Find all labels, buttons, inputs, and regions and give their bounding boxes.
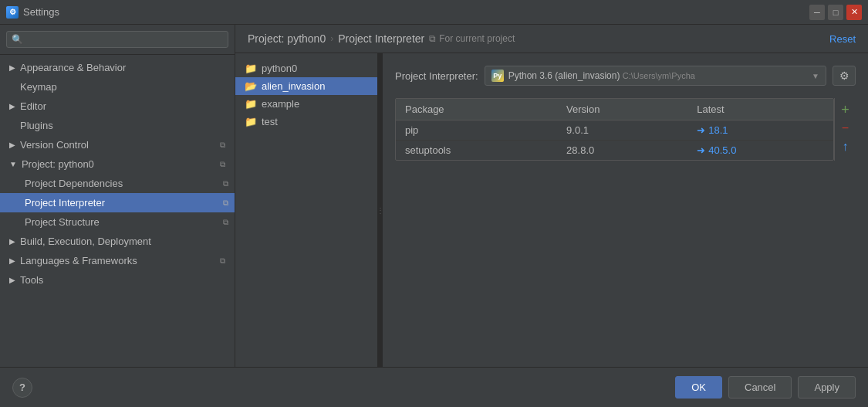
copy-icon: ⧉	[220, 256, 225, 266]
sidebar-item-label: Editor	[20, 100, 46, 112]
copy-icon: ⧉	[223, 179, 228, 188]
sidebar-item-project-structure[interactable]: Project Structure ⧉	[0, 212, 235, 232]
expand-arrow-icon: ▶	[9, 141, 15, 149]
sidebar-item-label: Keymap	[20, 81, 57, 93]
dialog-footer: ? OK Cancel Apply	[0, 367, 868, 407]
project-tree: 📁 python0 📂 alien_invasion 📁 example 📁 t…	[235, 53, 378, 367]
package-name: pip	[396, 120, 557, 141]
right-panel: Project: python0 › Project Interpreter ⧉…	[235, 25, 868, 367]
sidebar-item-tools[interactable]: ▶ Tools	[0, 270, 235, 290]
close-button[interactable]: ✕	[846, 5, 862, 20]
sidebar-item-project[interactable]: ▼ Project: python0 ⧉	[0, 154, 235, 174]
package-table: Package Version Latest pip 9.0.1	[396, 99, 833, 160]
interpreter-label: Project Interpreter:	[395, 70, 478, 82]
sidebar-item-editor[interactable]: ▶ Editor	[0, 97, 235, 116]
upgrade-arrow-icon: ➜	[697, 124, 705, 136]
copy-icon: ⧉	[223, 218, 228, 227]
expand-arrow-icon: ▶	[9, 256, 15, 265]
sidebar-item-version-control[interactable]: ▶ Version Control ⧉	[0, 135, 235, 154]
sidebar-item-appearance[interactable]: ▶ Appearance & Behavior	[0, 58, 235, 77]
window-title: Settings	[23, 6, 59, 18]
package-name: setuptools	[396, 141, 557, 161]
sidebar-item-label: Project Dependencies	[25, 178, 123, 189]
interpreter-settings-button[interactable]: ⚙	[833, 66, 856, 86]
tree-item-label: test	[262, 116, 278, 127]
interpreter-selector[interactable]: Py Python 3.6 (alien_invasion) C:\Users\…	[485, 66, 826, 86]
search-input[interactable]	[26, 34, 223, 45]
package-table-wrap: Package Version Latest pip 9.0.1	[395, 98, 834, 161]
for-current-text: For current project	[439, 33, 515, 44]
sidebar-item-label: Project: python0	[22, 158, 94, 170]
sidebar-item-keymap[interactable]: ▶ Keymap	[0, 77, 235, 97]
sidebar-item-label: Project Interpreter	[25, 197, 105, 209]
breadcrumb: Project: python0 › Project Interpreter ⧉…	[248, 32, 515, 45]
expand-arrow-icon: ▼	[9, 160, 17, 168]
col-package: Package	[396, 99, 557, 120]
tree-item-python0[interactable]: 📁 python0	[235, 59, 377, 77]
folder-open-icon: 📂	[245, 80, 257, 92]
sidebar-item-project-dependencies[interactable]: Project Dependencies ⧉	[0, 174, 235, 193]
sidebar-item-label: Tools	[20, 274, 43, 286]
help-button[interactable]: ?	[12, 378, 32, 398]
panel-header: Project: python0 › Project Interpreter ⧉…	[235, 25, 868, 53]
breadcrumb-current: Project Interpreter	[338, 32, 424, 45]
package-latest: ➜ 40.5.0	[687, 141, 833, 161]
expand-arrow-icon: ▶	[9, 237, 15, 246]
remove-package-button[interactable]: −	[837, 120, 854, 137]
table-row[interactable]: pip 9.0.1 ➜ 18.1	[396, 120, 833, 141]
copy-icon-small: ⧉	[429, 33, 436, 44]
minimize-button[interactable]: ─	[809, 5, 825, 20]
sidebar-item-label: Languages & Frameworks	[20, 255, 137, 266]
package-version: 9.0.1	[557, 120, 687, 141]
title-bar-left: ⚙ Settings	[6, 6, 59, 19]
apply-button[interactable]: Apply	[798, 376, 856, 399]
copy-icon: ⧉	[220, 141, 225, 150]
footer-left: ?	[12, 378, 32, 398]
settings-dialog: 🔍 ▶ Appearance & Behavior ▶ Keymap ▶	[0, 25, 868, 407]
tree-item-label: alien_invasion	[262, 80, 325, 92]
window-controls: ─ □ ✕	[809, 5, 862, 20]
sidebar-item-label: Appearance & Behavior	[20, 62, 126, 73]
interpreter-section: Project Interpreter: Py Python 3.6 (alie…	[383, 53, 868, 367]
breadcrumb-project: Project: python0	[248, 32, 326, 45]
sidebar-nav: ▶ Appearance & Behavior ▶ Keymap ▶ Edito…	[0, 55, 235, 367]
tree-item-test[interactable]: 📁 test	[235, 113, 377, 131]
reset-link[interactable]: Reset	[829, 33, 856, 45]
expand-arrow-icon: ▶	[9, 63, 15, 72]
maximize-button[interactable]: □	[828, 5, 843, 20]
for-current-project-label: ⧉ For current project	[429, 33, 515, 44]
upgrade-arrow-icon: ➜	[697, 144, 705, 156]
tree-item-label: python0	[262, 63, 297, 74]
title-bar: ⚙ Settings ─ □ ✕	[0, 0, 868, 25]
add-package-button[interactable]: +	[837, 101, 854, 118]
package-latest: ➜ 18.1	[687, 120, 833, 141]
cancel-button[interactable]: Cancel	[728, 376, 792, 399]
expand-arrow-icon: ▶	[9, 276, 15, 284]
folder-icon: 📁	[245, 116, 257, 127]
search-wrap[interactable]: 🔍	[6, 31, 228, 48]
upgrade-package-button[interactable]: ↑	[837, 138, 854, 155]
breadcrumb-separator: ›	[330, 33, 333, 44]
expand-arrow-icon: ▶	[9, 102, 15, 110]
interpreter-row: Project Interpreter: Py Python 3.6 (alie…	[395, 66, 856, 86]
package-table-container: Package Version Latest pip 9.0.1	[395, 98, 856, 161]
sidebar-item-plugins[interactable]: ▶ Plugins	[0, 116, 235, 135]
folder-icon: 📁	[245, 63, 257, 74]
panel-content: 📁 python0 📂 alien_invasion 📁 example 📁 t…	[235, 53, 868, 367]
sidebar-item-label: Plugins	[20, 120, 53, 131]
sidebar-item-label: Version Control	[20, 139, 89, 151]
col-version: Version	[557, 99, 687, 120]
sidebar-item-languages[interactable]: ▶ Languages & Frameworks ⧉	[0, 251, 235, 270]
tree-item-alien-invasion[interactable]: 📂 alien_invasion	[235, 77, 377, 95]
col-latest: Latest	[687, 99, 833, 120]
ok-button[interactable]: OK	[675, 376, 722, 399]
tree-item-label: example	[262, 98, 299, 110]
sidebar-item-build[interactable]: ▶ Build, Execution, Deployment	[0, 232, 235, 251]
footer-right: OK Cancel Apply	[675, 376, 856, 399]
dropdown-arrow-icon: ▼	[812, 72, 819, 80]
table-row[interactable]: setuptools 28.8.0 ➜ 40.5.0	[396, 141, 833, 161]
sidebar-item-project-interpreter[interactable]: Project Interpreter ⧉	[0, 193, 235, 212]
sidebar: 🔍 ▶ Appearance & Behavior ▶ Keymap ▶	[0, 25, 235, 367]
tree-item-example[interactable]: 📁 example	[235, 95, 377, 113]
package-version: 28.8.0	[557, 141, 687, 161]
